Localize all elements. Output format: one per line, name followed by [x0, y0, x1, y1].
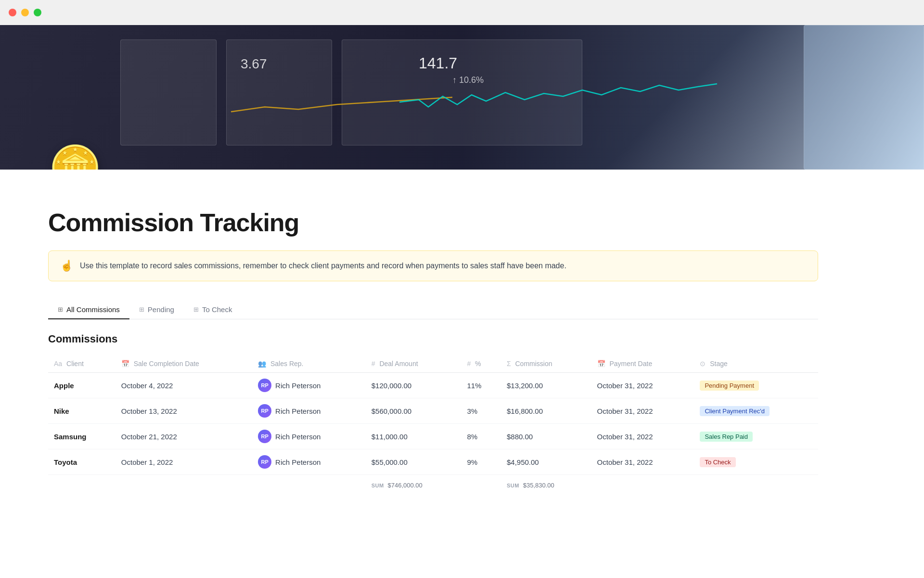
- cell-stage: Sales Rep Paid: [694, 424, 818, 449]
- cell-client: Toyota: [48, 449, 116, 475]
- cell-sales-rep: RP Rich Peterson: [252, 373, 366, 398]
- col-payment-date: 📅 Payment Date: [591, 355, 694, 373]
- table-row: Nike October 13, 2022 RP Rich Peterson $…: [48, 398, 818, 424]
- cell-percent: 8%: [461, 424, 501, 449]
- table-row: Toyota October 1, 2022 RP Rich Peterson …: [48, 449, 818, 475]
- svg-text:141.7: 141.7: [419, 54, 457, 72]
- tab-pending[interactable]: ⊞ Pending: [129, 301, 184, 319]
- minimize-button[interactable]: [21, 9, 29, 16]
- cell-commission: $16,800.00: [501, 398, 591, 424]
- cell-commission: $880.00: [501, 424, 591, 449]
- table-icon-pending: ⊞: [139, 306, 144, 313]
- cell-percent: 11%: [461, 373, 501, 398]
- info-banner: ☝️ Use this template to record sales com…: [48, 250, 818, 281]
- avatar: RP: [258, 404, 271, 418]
- cell-payment-date: October 31, 2022: [591, 449, 694, 475]
- cell-sales-rep: RP Rich Peterson: [252, 398, 366, 424]
- avatar: RP: [258, 455, 271, 469]
- cell-client: Samsung: [48, 424, 116, 449]
- col-deal-amount: # Deal Amount: [366, 355, 462, 373]
- table-header-row: Aa Client 📅 Sale Completion Date 👥 Sales…: [48, 355, 818, 373]
- cell-stage: Pending Payment: [694, 373, 818, 398]
- cell-stage: To Check: [694, 449, 818, 475]
- tab-all-commissions[interactable]: ⊞ All Commissions: [48, 301, 129, 319]
- commissions-table: Aa Client 📅 Sale Completion Date 👥 Sales…: [48, 355, 818, 491]
- section-title: Commissions: [48, 333, 818, 345]
- close-button[interactable]: [9, 9, 16, 16]
- info-banner-icon: ☝️: [60, 260, 73, 272]
- avatar: RP: [258, 379, 271, 392]
- hero-image: 141.7 ↑ 10.6% 3.67 🪙: [0, 25, 924, 170]
- cell-percent: 3%: [461, 398, 501, 424]
- tabs-container: ⊞ All Commissions ⊞ Pending ⊞ To Check: [48, 301, 818, 319]
- cell-sale-date: October 21, 2022: [116, 424, 252, 449]
- cell-deal-amount: $560,000.00: [366, 398, 462, 424]
- info-banner-text: Use this template to record sales commis…: [80, 260, 566, 272]
- page-icon: 🪙: [48, 143, 102, 170]
- sum-row: SUM $746,000.00 SUM $35,830.00: [48, 475, 818, 491]
- cell-commission: $13,200.00: [501, 373, 591, 398]
- svg-text:↑ 10.6%: ↑ 10.6%: [452, 75, 484, 85]
- status-badge: Pending Payment: [700, 381, 759, 391]
- cell-sale-date: October 13, 2022: [116, 398, 252, 424]
- table-icon-tocheck: ⊞: [193, 306, 199, 313]
- cell-client: Apple: [48, 373, 116, 398]
- cell-sale-date: October 4, 2022: [116, 373, 252, 398]
- table-row: Apple October 4, 2022 RP Rich Peterson $…: [48, 373, 818, 398]
- col-percent: # %: [461, 355, 501, 373]
- main-content: Commission Tracking ☝️ Use this template…: [0, 170, 866, 520]
- svg-text:3.67: 3.67: [241, 56, 267, 71]
- cell-client: Nike: [48, 398, 116, 424]
- col-stage: ⊙ Stage: [694, 355, 818, 373]
- cell-commission: $4,950.00: [501, 449, 591, 475]
- col-sale-date: 📅 Sale Completion Date: [116, 355, 252, 373]
- cell-payment-date: October 31, 2022: [591, 424, 694, 449]
- maximize-button[interactable]: [34, 9, 41, 16]
- table-row: Samsung October 21, 2022 RP Rich Peterso…: [48, 424, 818, 449]
- status-badge: Client Payment Rec'd: [700, 406, 770, 416]
- sum-deal-amount: SUM $746,000.00: [366, 475, 462, 491]
- cell-payment-date: October 31, 2022: [591, 398, 694, 424]
- cell-sale-date: October 1, 2022: [116, 449, 252, 475]
- tab-to-check[interactable]: ⊞ To Check: [184, 301, 242, 319]
- cell-deal-amount: $55,000.00: [366, 449, 462, 475]
- sum-commission: SUM $35,830.00: [501, 475, 591, 491]
- col-client: Aa Client: [48, 355, 116, 373]
- status-badge: To Check: [700, 457, 735, 467]
- avatar: RP: [258, 430, 271, 443]
- status-badge: Sales Rep Paid: [700, 432, 753, 442]
- cell-sales-rep: RP Rich Peterson: [252, 449, 366, 475]
- table-icon-all: ⊞: [58, 306, 63, 313]
- cell-deal-amount: $11,000.00: [366, 424, 462, 449]
- cell-stage: Client Payment Rec'd: [694, 398, 818, 424]
- col-commission: Σ Commission: [501, 355, 591, 373]
- cell-sales-rep: RP Rich Peterson: [252, 424, 366, 449]
- cell-payment-date: October 31, 2022: [591, 373, 694, 398]
- col-sales-rep: 👥 Sales Rep.: [252, 355, 366, 373]
- page-title: Commission Tracking: [48, 208, 818, 237]
- cell-deal-amount: $120,000.00: [366, 373, 462, 398]
- cell-percent: 9%: [461, 449, 501, 475]
- titlebar: [0, 0, 924, 25]
